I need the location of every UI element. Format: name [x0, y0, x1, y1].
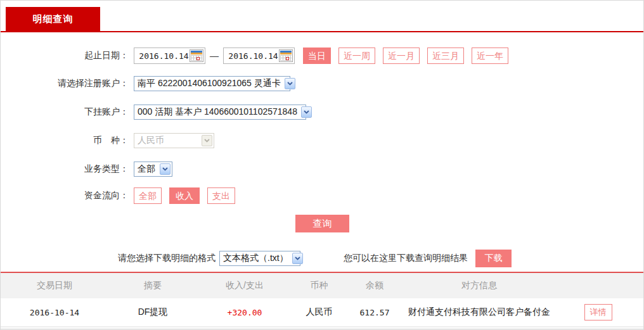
header-trade-date: 交易日期	[1, 280, 108, 291]
currency-row: 币 种： 人民币	[1, 132, 214, 149]
date-from-input[interactable]: 2016.10.14	[134, 48, 205, 64]
chevron-down-icon[interactable]	[160, 163, 171, 175]
header-summary: 摘要	[108, 280, 197, 291]
sub-account-row: 下挂账户： 000 活期 基本户 1406600101102571848	[1, 104, 306, 120]
cell-summary: DF提现	[108, 307, 197, 318]
date-range-row: 起止日期： 2016.10.14 — 2016.10.14 当日 近一周 近一月…	[1, 48, 508, 64]
download-row: 请您选择下载明细的格式 文本格式（.txt） 您可以在这里下载查询明细结果 下载	[1, 250, 643, 267]
header-balance: 余额	[346, 280, 403, 291]
tab-detail-query[interactable]: 明细查询	[6, 7, 100, 31]
header-currency: 币种	[292, 280, 346, 291]
date-from-value[interactable]: 2016.10.14	[138, 51, 190, 61]
business-type-select[interactable]: 全部	[134, 162, 172, 177]
cell-trade-date: 2016-10-14	[1, 308, 108, 317]
date-range-label: 起止日期：	[1, 50, 134, 61]
cell-counterparty: 财付通支付科技有限公司客户备付金	[403, 307, 555, 318]
sub-account-value: 000 活期 基本户 1406600101102571848	[138, 106, 297, 118]
date-range-dash: —	[210, 51, 219, 61]
business-type-value: 全部	[138, 163, 156, 175]
fund-flow-all-button[interactable]: 全部	[134, 187, 162, 204]
download-format-select[interactable]: 文本格式（.txt）	[219, 251, 300, 266]
registered-account-label: 请选择注册账户：	[1, 78, 134, 89]
bottom-strip	[1, 327, 643, 330]
date-to-input[interactable]: 2016.10.14	[223, 48, 295, 64]
sub-account-select[interactable]: 000 活期 基本户 1406600101102571848	[134, 105, 306, 120]
download-hint: 您可以在这里下载查询明细结果	[344, 253, 468, 264]
currency-label: 币 种：	[1, 135, 134, 146]
quick-range-today-button[interactable]: 当日	[303, 48, 331, 64]
header-income-expense: 收入/支出	[197, 280, 292, 291]
fund-flow-income-button[interactable]: 收入	[169, 187, 200, 204]
chevron-down-icon	[202, 135, 212, 146]
detail-query-page: 明细查询 起止日期： 2016.10.14 — 2016.10.14 当日 近一…	[0, 0, 644, 330]
quick-range-month-button[interactable]: 近一月	[383, 48, 420, 64]
download-format-value: 文本格式（.txt）	[223, 253, 288, 264]
table-header-row: 交易日期 摘要 收入/支出 币种 余额 对方信息	[1, 273, 643, 298]
registered-account-row: 请选择注册账户： 南平 6222001406100921065 灵通卡	[1, 75, 290, 92]
chevron-down-icon[interactable]	[285, 78, 295, 89]
quick-range-year-button[interactable]: 近一年	[472, 48, 508, 64]
cell-amount: +320.00	[197, 308, 292, 317]
cell-currency: 人民币	[292, 307, 346, 318]
quick-range-quarter-button[interactable]: 近三月	[427, 48, 464, 64]
detail-button[interactable]: 详情	[584, 304, 612, 320]
business-type-row: 业务类型： 全部	[1, 161, 172, 177]
table-row: 2016-10-14 DF提现 +320.00 人民币 612.57 财付通支付…	[1, 298, 643, 327]
cell-balance: 612.57	[346, 308, 403, 317]
download-format-label: 请您选择下载明细的格式	[118, 253, 216, 264]
calendar-icon[interactable]	[279, 49, 293, 62]
tab-underline	[1, 31, 643, 32]
quick-range-week-button[interactable]: 近一周	[338, 48, 375, 64]
chevron-down-icon[interactable]	[292, 253, 303, 264]
currency-select: 人民币	[134, 133, 214, 148]
registered-account-select[interactable]: 南平 6222001406100921065 灵通卡	[134, 76, 290, 91]
query-button[interactable]: 查询	[295, 215, 349, 232]
download-button[interactable]: 下载	[475, 250, 512, 267]
sub-account-label: 下挂账户：	[1, 106, 134, 118]
fund-flow-expense-button[interactable]: 支出	[207, 187, 235, 204]
registered-account-value: 南平 6222001406100921065 灵通卡	[138, 78, 281, 89]
calendar-icon[interactable]	[190, 49, 203, 62]
business-type-label: 业务类型：	[1, 163, 134, 175]
fund-flow-label: 资金流向：	[1, 190, 134, 201]
date-to-value[interactable]: 2016.10.14	[228, 51, 279, 61]
chevron-down-icon[interactable]	[301, 106, 312, 118]
header-counterparty: 对方信息	[403, 280, 555, 291]
currency-value: 人民币	[138, 135, 198, 146]
fund-flow-row: 资金流向： 全部 收入 支出	[1, 187, 235, 204]
